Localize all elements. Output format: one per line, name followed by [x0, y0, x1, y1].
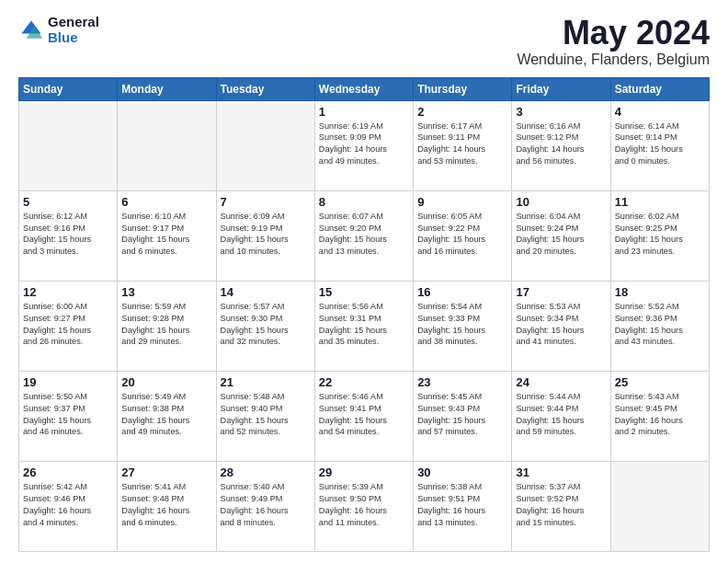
day-info-line: Sunrise: 5:56 AM [319, 301, 409, 313]
day-info-line: Sunrise: 5:57 AM [221, 301, 311, 313]
day-info-line: and 53 minutes. [417, 155, 507, 167]
day-number: 31 [516, 465, 606, 479]
day-info-line: Sunrise: 6:00 AM [23, 301, 113, 313]
day-info-line: Daylight: 15 hours [516, 415, 606, 427]
calendar-cell-w5-d4: 29Sunrise: 5:39 AMSunset: 9:50 PMDayligh… [314, 461, 413, 551]
day-info-line: Sunrise: 6:12 AM [23, 211, 113, 223]
day-info-line: Daylight: 15 hours [417, 415, 507, 427]
day-info-line: and 6 minutes. [121, 246, 211, 258]
day-info-line: and 15 minutes. [516, 517, 606, 529]
day-info-line: Daylight: 15 hours [221, 234, 311, 246]
day-info-line: and 54 minutes. [319, 426, 409, 438]
day-info-line: Daylight: 16 hours [23, 505, 113, 517]
page: General Blue May 2024 Wenduine, Flanders… [0, 0, 728, 563]
location: Wenduine, Flanders, Belgium [517, 52, 710, 68]
calendar-week-1: 1Sunrise: 6:19 AMSunset: 9:09 PMDaylight… [19, 100, 710, 190]
calendar-cell-w1-d5: 2Sunrise: 6:17 AMSunset: 9:11 PMDaylight… [414, 100, 512, 190]
day-number: 29 [319, 465, 409, 479]
day-info-line: and 57 minutes. [417, 426, 507, 438]
day-info-line: Sunrise: 5:53 AM [516, 301, 606, 313]
day-info-line: Sunrise: 6:16 AM [516, 121, 606, 132]
calendar-cell-w3-d6: 17Sunrise: 5:53 AMSunset: 9:34 PMDayligh… [512, 281, 610, 371]
calendar-cell-w4-d2: 20Sunrise: 5:49 AMSunset: 9:38 PMDayligh… [118, 371, 216, 461]
month-title: May 2024 [517, 15, 710, 52]
day-info-line: Sunset: 9:48 PM [121, 493, 211, 505]
day-info-line: Sunrise: 6:04 AM [516, 211, 606, 223]
day-info-line: Sunset: 9:17 PM [121, 223, 211, 235]
calendar-table: Sunday Monday Tuesday Wednesday Thursday… [18, 77, 710, 552]
day-info-line: and 20 minutes. [516, 246, 606, 258]
title-block: May 2024 Wenduine, Flanders, Belgium [517, 15, 710, 68]
day-info-line: and 26 minutes. [23, 336, 113, 348]
calendar-cell-w4-d5: 23Sunrise: 5:45 AMSunset: 9:43 PMDayligh… [414, 371, 512, 461]
calendar-cell-w4-d1: 19Sunrise: 5:50 AMSunset: 9:37 PMDayligh… [19, 371, 118, 461]
day-info-line: and 35 minutes. [319, 336, 409, 348]
day-info-line: Sunset: 9:28 PM [121, 313, 211, 325]
day-info-line: Sunrise: 5:38 AM [417, 481, 507, 493]
day-info-line: Daylight: 15 hours [319, 325, 409, 337]
day-info-line: Sunset: 9:22 PM [417, 223, 507, 235]
day-info-line: Sunrise: 6:19 AM [319, 121, 409, 132]
day-number: 1 [319, 105, 409, 119]
day-info-line: Sunset: 9:19 PM [221, 223, 311, 235]
day-info-line: Sunset: 9:52 PM [516, 493, 606, 505]
day-info-line: and 49 minutes. [319, 155, 409, 167]
day-info-line: and 0 minutes. [615, 155, 705, 167]
day-info-line: and 43 minutes. [615, 336, 705, 348]
col-thursday: Thursday [414, 77, 512, 100]
calendar-cell-w3-d3: 14Sunrise: 5:57 AMSunset: 9:30 PMDayligh… [216, 281, 314, 371]
calendar-cell-w2-d6: 10Sunrise: 6:04 AMSunset: 9:24 PMDayligh… [512, 190, 610, 281]
day-info-line: Daylight: 16 hours [417, 505, 507, 517]
calendar-cell-w4-d3: 21Sunrise: 5:48 AMSunset: 9:40 PMDayligh… [216, 371, 314, 461]
day-info-line: Sunrise: 5:42 AM [23, 481, 113, 493]
day-info-line: Sunset: 9:37 PM [23, 403, 113, 415]
day-info-line: Daylight: 15 hours [319, 415, 409, 427]
day-info-line: Daylight: 15 hours [221, 415, 311, 427]
logo-text: General Blue [48, 15, 99, 45]
day-info-line: and 16 minutes. [417, 246, 507, 258]
logo: General Blue [18, 15, 99, 45]
calendar-cell-w5-d5: 30Sunrise: 5:38 AMSunset: 9:51 PMDayligh… [414, 461, 512, 551]
day-info-line: and 10 minutes. [221, 246, 311, 258]
calendar-week-2: 5Sunrise: 6:12 AMSunset: 9:16 PMDaylight… [19, 190, 710, 281]
calendar-cell-w2-d2: 6Sunrise: 6:10 AMSunset: 9:17 PMDaylight… [118, 190, 216, 281]
day-number: 28 [221, 465, 311, 479]
day-number: 6 [121, 195, 211, 209]
col-sunday: Sunday [19, 77, 118, 100]
calendar-week-3: 12Sunrise: 6:00 AMSunset: 9:27 PMDayligh… [19, 281, 710, 371]
day-info-line: Sunset: 9:45 PM [615, 403, 705, 415]
day-info-line: Daylight: 15 hours [121, 234, 211, 246]
day-info-line: Sunrise: 6:10 AM [121, 211, 211, 223]
calendar-cell-w2-d5: 9Sunrise: 6:05 AMSunset: 9:22 PMDaylight… [414, 190, 512, 281]
calendar-cell-w5-d6: 31Sunrise: 5:37 AMSunset: 9:52 PMDayligh… [512, 461, 610, 551]
day-number: 4 [615, 105, 705, 119]
col-tuesday: Tuesday [216, 77, 314, 100]
day-info-line: Daylight: 15 hours [615, 325, 705, 337]
day-info-line: Sunrise: 5:48 AM [221, 391, 311, 403]
day-info-line: Daylight: 14 hours [417, 144, 507, 155]
day-info-line: Daylight: 15 hours [23, 234, 113, 246]
day-number: 20 [121, 375, 211, 389]
col-friday: Friday [512, 77, 610, 100]
logo-blue-text: Blue [48, 30, 99, 46]
day-number: 27 [121, 465, 211, 479]
calendar-cell-w2-d1: 5Sunrise: 6:12 AMSunset: 9:16 PMDaylight… [19, 190, 118, 281]
logo-icon [18, 17, 44, 43]
day-number: 9 [417, 195, 507, 209]
day-info-line: Sunrise: 5:44 AM [516, 391, 606, 403]
day-info-line: and 13 minutes. [319, 246, 409, 258]
day-info-line: Sunrise: 6:09 AM [221, 211, 311, 223]
calendar-cell-w5-d1: 26Sunrise: 5:42 AMSunset: 9:46 PMDayligh… [19, 461, 118, 551]
day-info-line: Sunrise: 6:14 AM [615, 121, 705, 132]
day-info-line: Daylight: 15 hours [23, 325, 113, 337]
calendar-cell-w3-d7: 18Sunrise: 5:52 AMSunset: 9:36 PMDayligh… [610, 281, 709, 371]
day-info-line: Sunrise: 5:50 AM [23, 391, 113, 403]
day-info-line: Daylight: 14 hours [319, 144, 409, 155]
day-info-line: Sunset: 9:31 PM [319, 313, 409, 325]
calendar-cell-w5-d3: 28Sunrise: 5:40 AMSunset: 9:49 PMDayligh… [216, 461, 314, 551]
day-info-line: Sunset: 9:30 PM [221, 313, 311, 325]
day-info-line: and 29 minutes. [121, 336, 211, 348]
calendar-cell-w2-d4: 8Sunrise: 6:07 AMSunset: 9:20 PMDaylight… [314, 190, 413, 281]
day-info-line: Sunset: 9:41 PM [319, 403, 409, 415]
day-number: 22 [319, 375, 409, 389]
